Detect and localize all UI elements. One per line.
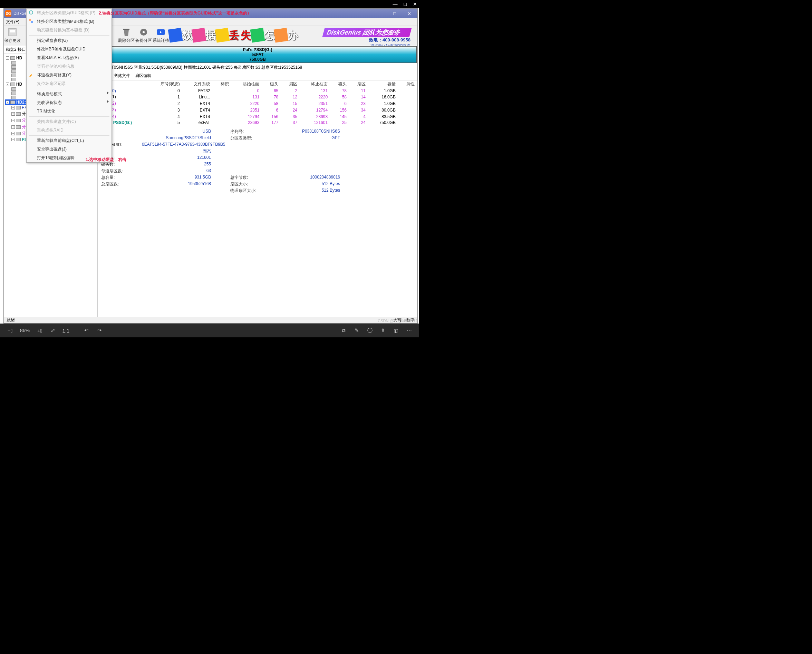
migrate-icon <box>156 27 166 37</box>
more-button[interactable]: ⋯ <box>406 327 412 333</box>
rotate-right-button[interactable]: ↷ <box>96 327 102 333</box>
ctx-trim[interactable]: TRIM优化 <box>27 107 111 116</box>
ctx-eject[interactable]: 安全弹出磁盘(J) <box>27 145 111 154</box>
app-icon: DG <box>5 10 11 17</box>
part-icon <box>11 92 16 95</box>
part-icon <box>16 138 21 141</box>
watermark: CSDN @m0_64545111 <box>378 319 418 323</box>
ctx-smart[interactable]: 查看S.M.A.R.T.信息(S) <box>27 53 111 62</box>
backup-icon <box>139 27 148 37</box>
backup-partition-button[interactable]: 备份分区 <box>135 27 152 43</box>
chevron-right-icon <box>107 92 109 94</box>
delete-partition-button[interactable]: 删除分区 <box>118 27 135 43</box>
disk-icon <box>11 101 15 104</box>
promo-char: 怎 <box>264 28 275 43</box>
ctx-boot-mode[interactable]: 转换启动模式 <box>27 90 111 98</box>
prop-value: 121601 <box>142 155 211 161</box>
tab-browse[interactable]: 浏览文件 <box>114 73 130 79</box>
prop-value: 931.5GB <box>142 175 211 180</box>
zoom-out-button[interactable]: −⃝ <box>7 327 13 333</box>
part-icon <box>16 125 21 129</box>
ctx-to-mbr[interactable]: 转换分区表类型为MBR格式 (B) <box>27 17 111 26</box>
part-icon <box>11 61 16 64</box>
edit-button[interactable]: ✎ <box>354 327 360 333</box>
disk-capacity-bar[interactable]: Pal's PSSD(G:) exFAT 750.0GB <box>98 46 417 63</box>
prop-label: 总字节数: <box>230 175 268 180</box>
svg-rect-1 <box>123 29 130 30</box>
ctx-close-vd: 关闭虚拟磁盘文件(C) <box>27 118 111 126</box>
ctx-dev-state[interactable]: 更改设备状态 <box>27 98 111 107</box>
actual-size-button[interactable]: 1:1 <box>63 327 69 333</box>
save-icon <box>8 27 17 37</box>
status-ready: 就绪 <box>6 317 15 323</box>
ctx-reload[interactable]: 重新加载当前磁盘(Ctrl_L) <box>27 136 111 145</box>
part-icon <box>11 65 16 69</box>
delete-button[interactable]: 🗑 <box>393 327 399 333</box>
prop-label: 序列号: <box>230 129 268 134</box>
part-icon <box>16 132 21 135</box>
svg-rect-7 <box>31 21 33 23</box>
ctx-reset-bad: 复位坏扇区记录 <box>27 79 111 88</box>
promo-char: 据 <box>205 28 216 43</box>
prop-value: 1000204886016 <box>271 175 340 180</box>
viewer-toolbar: −⃝ 86% +⃝ ⤢ 1:1 ↶ ↷ ⧉ ✎ ⓘ ⇪ 🗑 ⋯ <box>0 324 419 337</box>
detail-tabs: 参数 浏览文件 扇区编辑 <box>98 72 417 81</box>
app-max-button[interactable]: □ <box>388 10 401 17</box>
refresh-icon <box>29 10 34 15</box>
disk-context-menu: 转换分区表类型为GUID格式 (P) 转换分区表类型为MBR格式 (B) 动态磁… <box>26 8 112 163</box>
part-icon <box>16 106 21 110</box>
table-row[interactable]: 分区(1)1Linu...13178122220581416.0GB <box>98 93 417 100</box>
backup-label: 备份分区 <box>135 38 152 43</box>
rotate-left-button[interactable]: ↶ <box>83 327 89 333</box>
delete-partition-label: 删除分区 <box>118 38 135 43</box>
copy-button[interactable]: ⧉ <box>340 327 346 333</box>
outer-close-button[interactable]: ✕ <box>413 2 417 7</box>
zoom-level: 86% <box>20 328 30 333</box>
prop-value: 0EAF5194-57FE-47A3-9763-4380BF9FB9B5 <box>142 142 340 148</box>
part-icon <box>11 87 16 91</box>
disk-summary: 38108T0SNHS6S 容量:931.5GB(953869MB) 柱面数:1… <box>98 64 417 72</box>
info-button[interactable]: ⓘ <box>367 327 373 333</box>
app-close-button[interactable]: ✕ <box>402 10 416 17</box>
svg-point-5 <box>29 11 33 14</box>
part-icon <box>16 112 21 116</box>
annotation-2: 2.转换分区表为GUID格式（即确保“转换分区表类型为GUID格式”这一项是灰色… <box>99 10 251 16</box>
tab-sector[interactable]: 扇区编辑 <box>135 73 151 79</box>
convert-icon <box>29 18 34 23</box>
chevron-right-icon <box>107 100 109 103</box>
menu-file[interactable]: 文件(F) <box>6 19 19 25</box>
table-row[interactable]: 分区(2)2EXT42220581523516231.0GB <box>98 100 417 107</box>
prop-value: 1953525168 <box>142 181 211 187</box>
prop-value: 512 Bytes <box>271 188 340 194</box>
prop-value: 63 <box>142 168 211 174</box>
part-icon <box>11 96 16 99</box>
wrench-icon <box>29 72 34 77</box>
prop-label: 每道扇区数: <box>101 168 139 174</box>
save-button[interactable]: 保存更改 <box>4 27 21 43</box>
fit-button[interactable]: ⤢ <box>50 327 56 333</box>
prop-value: 255 <box>142 162 211 168</box>
ctx-dyn-to-basic: 动态磁盘转换为基本磁盘 (D) <box>27 26 111 35</box>
table-row[interactable]: ESP(0)0FAT32065213178111.0GB <box>98 88 417 94</box>
ctx-disk-params[interactable]: 指定磁盘参数(G) <box>27 36 111 45</box>
save-label: 保存更改 <box>4 38 21 43</box>
ctx-mbr-sig[interactable]: 修改MBR签名及磁盘GUID <box>27 45 111 53</box>
ctx-badtrack[interactable]: 坏道检测与修复(Y) <box>27 71 111 79</box>
app-min-button[interactable]: — <box>373 10 387 17</box>
table-row[interactable]: Pal's PSSD(G:)5exFAT23693177371216012524… <box>98 120 417 125</box>
prop-value: USB <box>142 129 211 134</box>
svg-point-3 <box>143 31 145 33</box>
table-row[interactable]: 分区(4)4EXT4127941563523693145483.5GB <box>98 113 417 120</box>
ctx-rebuild-raid: 重构虚拟RAID <box>27 126 111 134</box>
table-row[interactable]: 分区(3)3EXT42351624127941563480.0GB <box>98 107 417 113</box>
zoom-in-button[interactable]: +⃝ <box>37 327 43 333</box>
prop-label: 总扇区数: <box>101 181 139 187</box>
outer-max-button[interactable]: □ <box>404 2 407 7</box>
ctx-pool: 查看存储池相关信息 <box>27 62 111 71</box>
promo-tel: 致电：400-008-9958 <box>324 37 411 43</box>
migrate-button[interactable]: 系统迁移 <box>152 27 169 43</box>
outer-window-controls: — □ ✕ <box>0 0 419 8</box>
share-button[interactable]: ⇪ <box>380 327 386 333</box>
prop-value: P038108T0SNHS6S <box>271 129 340 134</box>
outer-min-button[interactable]: — <box>393 2 398 7</box>
